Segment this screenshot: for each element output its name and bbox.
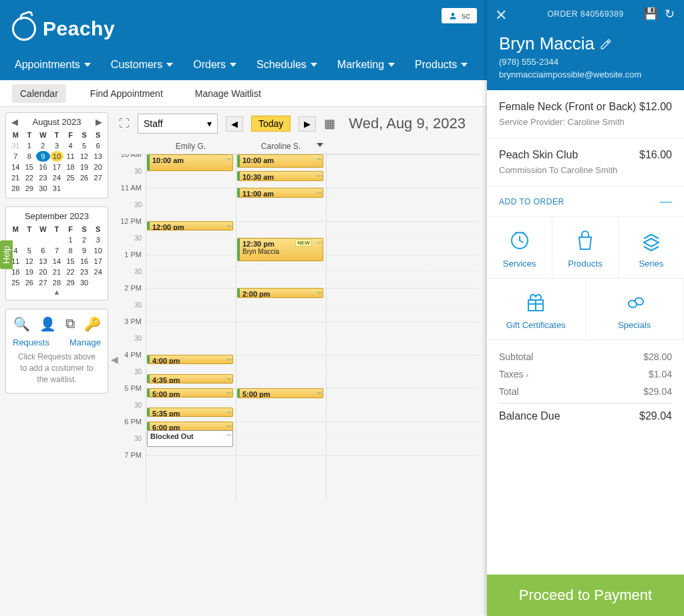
waitlist-requests-link[interactable]: Requests bbox=[13, 337, 49, 347]
nav-orders[interactable]: Orders bbox=[193, 53, 236, 76]
user-chip[interactable]: sc bbox=[442, 8, 477, 23]
cal-next-icon[interactable]: ▶ bbox=[96, 117, 102, 127]
calendar-day[interactable] bbox=[91, 277, 105, 288]
appointment-block[interactable]: 10:00 am▫▫ bbox=[237, 154, 323, 168]
calendar-day[interactable]: 5 bbox=[23, 245, 37, 256]
calendar-day[interactable]: 17 bbox=[91, 256, 105, 267]
staff-column-head[interactable]: Caroline S. bbox=[236, 139, 326, 154]
calendar-day[interactable]: 20 bbox=[91, 162, 105, 172]
calendar-day[interactable]: 28 bbox=[50, 277, 64, 288]
calendar-day[interactable]: 8 bbox=[23, 151, 37, 162]
order-line[interactable]: Female Neck (Front or Back)$12.00Service… bbox=[487, 90, 684, 138]
nav-appointments[interactable]: Appointments bbox=[15, 53, 91, 76]
waitlist-adduser-icon[interactable]: 👤 bbox=[39, 316, 56, 332]
calendar-day[interactable]: 14 bbox=[50, 256, 64, 267]
calendar-collapse-icon[interactable]: ▲ bbox=[9, 288, 105, 296]
calendar-day[interactable] bbox=[50, 235, 64, 245]
category-products[interactable]: Products bbox=[552, 217, 618, 278]
calendar-day[interactable]: 31 bbox=[50, 183, 64, 194]
nav-products[interactable]: Products bbox=[415, 53, 468, 76]
calendar-day[interactable]: 16 bbox=[77, 256, 92, 267]
calendar-day[interactable]: 23 bbox=[36, 172, 50, 183]
waitlist-copy-icon[interactable]: ⧉ bbox=[65, 316, 75, 332]
calendar-day[interactable]: 3 bbox=[91, 235, 105, 245]
calendar-day[interactable]: 27 bbox=[36, 277, 50, 288]
calendar-day[interactable]: 21 bbox=[9, 172, 23, 183]
appointment-block[interactable]: 2:00 pm▫▫ bbox=[237, 288, 323, 298]
calendar-day[interactable]: 12 bbox=[77, 151, 92, 162]
calendar-day[interactable]: 18 bbox=[63, 162, 77, 172]
appointment-block[interactable]: 5:00 pm▫▫ bbox=[237, 388, 323, 398]
appointment-block[interactable]: 12:00 pm▫▫ bbox=[147, 221, 233, 230]
calendar-day[interactable]: 2 bbox=[77, 235, 92, 245]
calendar-day[interactable]: 6 bbox=[36, 245, 50, 256]
calendar-day[interactable]: 25 bbox=[63, 172, 77, 183]
waitlist-search-icon[interactable]: 🔍 bbox=[13, 316, 30, 332]
calendar-day[interactable]: 21 bbox=[50, 267, 64, 277]
calendar-day[interactable]: 9 bbox=[77, 245, 92, 256]
staff-column-head[interactable]: Emily G. bbox=[146, 139, 236, 154]
waitlist-key-icon[interactable]: 🔑 bbox=[84, 316, 101, 332]
nav-customers[interactable]: Customers bbox=[111, 53, 173, 76]
category-series[interactable]: Series bbox=[619, 217, 684, 278]
date-next-button[interactable]: ▶ bbox=[299, 116, 316, 132]
calendar-day[interactable]: 20 bbox=[36, 267, 50, 277]
calendar-day[interactable]: 8 bbox=[63, 245, 77, 256]
save-icon[interactable]: 💾 bbox=[643, 7, 658, 21]
appointment-block[interactable]: Blocked Out▫▫ bbox=[147, 430, 233, 447]
help-tab[interactable]: Help bbox=[0, 241, 13, 269]
calendar-day[interactable]: 24 bbox=[50, 172, 64, 183]
calendar-day[interactable]: 30 bbox=[36, 183, 50, 194]
calendar-day[interactable]: 15 bbox=[63, 256, 77, 267]
calendar-day[interactable] bbox=[63, 183, 77, 194]
appointment-block[interactable]: 6:00 pm▫▫ bbox=[147, 422, 233, 431]
subtab-calendar[interactable]: Calendar bbox=[12, 84, 66, 103]
calendar-day[interactable]: 22 bbox=[23, 172, 37, 183]
calendar-day[interactable] bbox=[77, 183, 92, 194]
calendar-day[interactable]: 4 bbox=[63, 140, 77, 151]
calendar-day[interactable]: 25 bbox=[9, 277, 23, 288]
calendar-day[interactable]: 26 bbox=[23, 277, 37, 288]
appointment-block[interactable]: 5:00 pm▫▫ bbox=[147, 388, 233, 398]
appointment-block[interactable]: 4:00 pm▫▫ bbox=[147, 355, 233, 364]
waitlist-manage-link[interactable]: Manage bbox=[69, 337, 101, 347]
category-gift-certificates[interactable]: Gift Certificates bbox=[487, 279, 586, 339]
calendar-day[interactable]: 17 bbox=[50, 162, 64, 172]
calendar-day[interactable] bbox=[91, 183, 105, 194]
appointment-block[interactable]: 4:35 pm▫▫ bbox=[147, 374, 233, 383]
calendar-day[interactable]: 3 bbox=[50, 140, 64, 151]
category-specials[interactable]: Specials bbox=[586, 279, 685, 339]
category-services[interactable]: Services bbox=[487, 217, 552, 278]
staff-dropdown[interactable]: Staff▾ bbox=[138, 114, 218, 134]
subtab-find-appointment[interactable]: Find Appointment bbox=[82, 84, 171, 103]
view-grid-icon[interactable]: ▦ bbox=[324, 116, 335, 131]
appointment-block[interactable]: 10:00 am▫▫ bbox=[147, 154, 233, 171]
edit-icon[interactable] bbox=[600, 38, 612, 50]
calendar-day[interactable]: 22 bbox=[63, 267, 77, 277]
calendar-day[interactable]: 7 bbox=[9, 151, 23, 162]
calendar-day[interactable]: 1 bbox=[23, 140, 37, 151]
calendar-day[interactable]: 19 bbox=[23, 267, 37, 277]
calendar-day[interactable]: 28 bbox=[9, 183, 23, 194]
history-icon[interactable]: ↻ bbox=[665, 7, 675, 21]
calendar-day[interactable]: 13 bbox=[36, 256, 50, 267]
calendar-day[interactable]: 24 bbox=[91, 267, 105, 277]
calendar-day[interactable]: 10 bbox=[50, 151, 64, 162]
calendar-day[interactable]: 1 bbox=[63, 235, 77, 245]
collapse-icon[interactable]: — bbox=[660, 194, 673, 208]
calendar-day[interactable]: 2 bbox=[36, 140, 50, 151]
calendar-day[interactable]: 11 bbox=[63, 151, 77, 162]
calendar-day[interactable]: 30 bbox=[77, 277, 92, 288]
nav-schedules[interactable]: Schedules bbox=[256, 53, 317, 76]
calendar-day[interactable]: 10 bbox=[91, 245, 105, 256]
nav-marketing[interactable]: Marketing bbox=[337, 53, 395, 76]
calendar-day[interactable]: 26 bbox=[77, 172, 92, 183]
order-line[interactable]: Peach Skin Club$16.00Commission To Carol… bbox=[487, 138, 684, 186]
appointment-block[interactable]: 12:30 pmBryn MacciaNEW▫▫ bbox=[237, 238, 323, 261]
date-prev-button[interactable]: ◀ bbox=[226, 116, 243, 132]
subtab-manage-waitlist[interactable]: Manage Waitlist bbox=[187, 84, 269, 103]
appointment-block[interactable]: 10:30 am▫▫ bbox=[237, 171, 323, 181]
chevron-down-icon[interactable] bbox=[317, 143, 323, 147]
appointment-block[interactable]: 11:00 am▫▫ bbox=[237, 188, 323, 198]
calendar-day[interactable]: 14 bbox=[9, 162, 23, 172]
